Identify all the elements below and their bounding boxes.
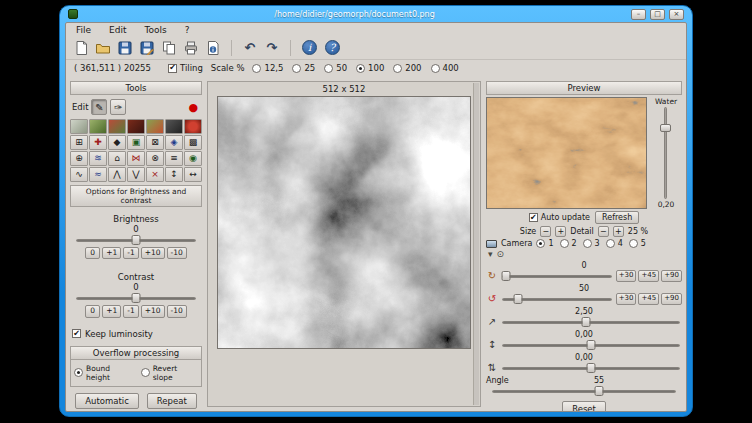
minimize-button[interactable]: –	[631, 9, 646, 20]
detail-decrease-button[interactable]: −	[598, 226, 609, 237]
titlebar[interactable]: /home/didier/geomorph/document0.png – □ …	[65, 6, 687, 22]
terrain-preview[interactable]	[486, 97, 647, 209]
tool-button[interactable]: ≡	[165, 151, 183, 166]
tiling-checkbox[interactable]: ✔	[168, 64, 177, 73]
slider-handle[interactable]	[594, 386, 603, 396]
brightness-step-plus10[interactable]: +10	[141, 247, 165, 259]
brightness-step-minus1[interactable]: -1	[123, 247, 138, 259]
contrast-step-0[interactable]: 0	[85, 305, 100, 317]
keep-luminosity-toggle[interactable]: ✔ Keep luminosity	[70, 327, 202, 341]
auto-update-checkbox[interactable]: ✔	[529, 213, 538, 222]
rotate-y-plus90-button[interactable]: +90	[661, 270, 682, 282]
tiling-toggle[interactable]: ✔ Tiling	[168, 63, 203, 73]
pen-tool-button[interactable]: ✑	[110, 99, 126, 115]
rotate-x-plus30-button[interactable]: +30	[616, 293, 637, 305]
height-slider[interactable]	[502, 339, 680, 351]
heightmap-canvas[interactable]	[217, 96, 471, 349]
tool-button[interactable]: ◆	[108, 135, 126, 150]
tool-button[interactable]: ▣	[127, 135, 145, 150]
menu-help[interactable]: ?	[183, 25, 192, 35]
info-button[interactable]: i	[302, 40, 317, 55]
preview-reset-button[interactable]: Reset	[562, 401, 606, 411]
water-slider[interactable]	[659, 107, 673, 199]
print-button[interactable]	[181, 38, 201, 58]
slider-handle[interactable]	[132, 293, 141, 303]
help-button[interactable]: ?	[325, 40, 340, 55]
tool-button[interactable]: ⊗	[146, 151, 164, 166]
keep-luminosity-checkbox[interactable]: ✔	[72, 329, 81, 338]
scale-option-100[interactable]: 100	[356, 63, 384, 73]
rotation-x-slider[interactable]	[502, 293, 612, 305]
maximize-button[interactable]: □	[650, 9, 665, 20]
tool-button[interactable]: ↕	[165, 167, 183, 182]
menu-edit[interactable]: Edit	[107, 25, 128, 35]
save-button[interactable]	[115, 38, 135, 58]
camera-option-5[interactable]: 5	[629, 239, 646, 248]
tool-button[interactable]: ×	[146, 167, 164, 182]
new-document-button[interactable]	[71, 38, 91, 58]
bound-height-option[interactable]: Bound height	[74, 364, 135, 382]
slider-handle[interactable]	[587, 340, 596, 350]
rotate-y-plus30-button[interactable]: +30	[616, 270, 637, 282]
contrast-step-plus1[interactable]: +1	[102, 305, 121, 317]
revert-slope-option[interactable]: Revert slope	[141, 364, 198, 382]
undo-button[interactable]: ↶	[240, 38, 260, 58]
tool-button[interactable]: ⋈	[127, 151, 145, 166]
tool-button[interactable]: ∿	[70, 167, 88, 182]
camera-option-2[interactable]: 2	[560, 239, 577, 248]
tool-button[interactable]: ≋	[89, 151, 107, 166]
canvas-scrollbar[interactable]	[473, 83, 479, 405]
tool-button[interactable]: ↔	[184, 167, 202, 182]
open-folder-button[interactable]	[93, 38, 113, 58]
rotation-y-slider[interactable]	[502, 270, 612, 282]
tool-button[interactable]: ◉	[184, 151, 202, 166]
scale-option-400[interactable]: 400	[431, 63, 459, 73]
menu-file[interactable]: File	[74, 25, 93, 35]
tool-button[interactable]	[165, 119, 183, 134]
size-increase-button[interactable]: +	[555, 226, 566, 237]
scale-option-12-5[interactable]: 12,5	[252, 63, 283, 73]
tool-button[interactable]	[108, 119, 126, 134]
camera-option-1[interactable]: 1	[536, 239, 553, 248]
slider-handle[interactable]	[660, 124, 671, 132]
contrast-step-minus10[interactable]: -10	[167, 305, 187, 317]
slider-handle[interactable]	[502, 271, 511, 281]
rotate-x-plus45-button[interactable]: +45	[638, 293, 659, 305]
slider-handle[interactable]	[514, 294, 523, 304]
scale-option-25[interactable]: 25	[292, 63, 315, 73]
slider-handle[interactable]	[132, 235, 141, 245]
tool-button[interactable]	[184, 119, 202, 134]
scale-option-50[interactable]: 50	[324, 63, 347, 73]
rotate-x-plus90-button[interactable]: +90	[661, 293, 682, 305]
scene-menu-icon[interactable]: ▾	[488, 250, 493, 259]
document-info-button[interactable]	[203, 38, 223, 58]
brightness-step-minus10[interactable]: -10	[167, 247, 187, 259]
camera-option-4[interactable]: 4	[606, 239, 623, 248]
detail-increase-button[interactable]: +	[613, 226, 624, 237]
angle-slider[interactable]	[492, 385, 676, 397]
save-as-button[interactable]	[137, 38, 157, 58]
contrast-step-minus1[interactable]: -1	[123, 305, 138, 317]
close-button[interactable]: ×	[669, 9, 684, 20]
pan-slider[interactable]	[502, 362, 680, 374]
automatic-button[interactable]: Automatic	[75, 393, 139, 409]
camera-option-3[interactable]: 3	[583, 239, 600, 248]
tool-button[interactable]: ▩	[184, 135, 202, 150]
tool-button[interactable]: ◈	[165, 135, 183, 150]
copy-button[interactable]	[159, 38, 179, 58]
tool-button[interactable]: ✚	[89, 135, 107, 150]
slider-handle[interactable]	[581, 317, 590, 327]
refresh-button[interactable]: Refresh	[595, 211, 639, 224]
brightness-step-plus1[interactable]: +1	[102, 247, 121, 259]
brightness-slider[interactable]	[76, 234, 196, 246]
repeat-button[interactable]: Repeat	[147, 393, 197, 409]
light-icon[interactable]: ⊙	[497, 250, 505, 259]
rotate-y-plus45-button[interactable]: +45	[638, 270, 659, 282]
pencil-tool-button[interactable]: ✎	[91, 99, 107, 115]
tool-button[interactable]	[127, 119, 145, 134]
size-decrease-button[interactable]: −	[540, 226, 551, 237]
distance-slider[interactable]	[502, 316, 680, 328]
tool-button[interactable]: ⋀	[108, 167, 126, 182]
tool-button[interactable]: ⋁	[127, 167, 145, 182]
tool-button[interactable]	[89, 119, 107, 134]
